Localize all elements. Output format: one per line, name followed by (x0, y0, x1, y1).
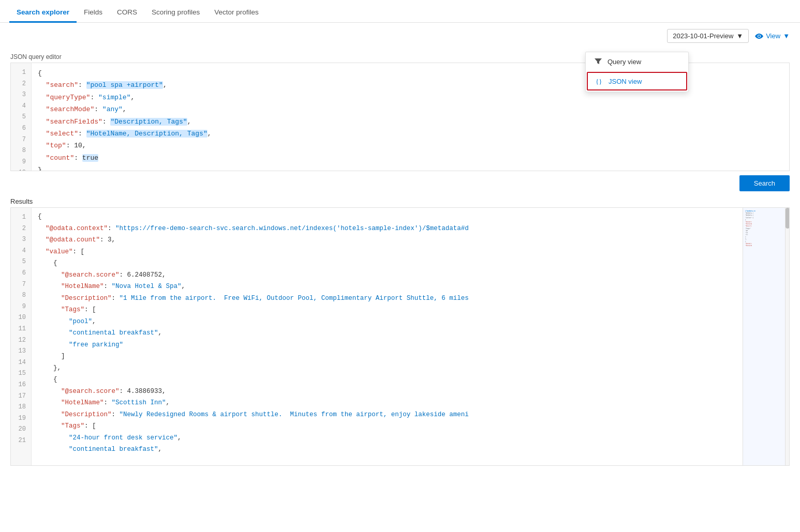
tab-scoring-profiles[interactable]: Scoring profiles (144, 3, 207, 23)
tab-vector-profiles[interactable]: Vector profiles (207, 3, 266, 23)
filter-icon (594, 57, 602, 66)
api-version-label: 2023-10-01-Preview (673, 32, 733, 40)
main-content: JSON query editor 12345 678910 { "search… (0, 53, 800, 466)
view-label: View (766, 32, 780, 40)
view-button[interactable]: View ▼ (755, 32, 790, 40)
search-btn-row: Search (10, 171, 790, 195)
results-container: 12345 678910 1112131415 1617181920 21 { … (10, 207, 790, 466)
tab-search-explorer[interactable]: Search explorer (9, 3, 77, 23)
tab-fields[interactable]: Fields (77, 3, 110, 23)
json-view-item[interactable]: {} JSON view (587, 72, 687, 90)
tab-cors[interactable]: CORS (110, 3, 144, 23)
toolbar: 2023-10-01-Preview ▼ View ▼ (0, 23, 800, 49)
eye-icon (755, 32, 763, 40)
chevron-down-icon: ▼ (736, 32, 743, 40)
results-json: { "@odata.context": "https://free-demo-s… (32, 208, 743, 460)
results-code-area: 12345 678910 1112131415 1617181920 21 { … (11, 208, 743, 465)
svg-text:{}: {} (596, 78, 602, 85)
results-label: Results (10, 197, 790, 205)
query-view-item[interactable]: Query view (586, 52, 688, 71)
json-view-label: JSON view (609, 78, 642, 85)
view-chevron-icon: ▼ (783, 32, 790, 40)
api-version-dropdown[interactable]: 2023-10-01-Preview ▼ (667, 29, 749, 43)
editor-line-numbers: 12345 678910 (11, 63, 32, 171)
tabs-bar: Search explorer Fields CORS Scoring prof… (0, 0, 800, 23)
thumbnail-content: {"@odata.co "@odata.c "@odata.c "value":… (745, 210, 787, 463)
braces-icon: {} (595, 77, 603, 85)
view-dropdown-menu: Query view {} JSON view (585, 52, 689, 92)
thumbnail-scrollbar-thumb (786, 208, 789, 229)
results-line-numbers: 12345 678910 1112131415 1617181920 21 (11, 208, 32, 465)
results-thumbnail: {"@odata.co "@odata.c "@odata.c "value":… (743, 208, 789, 465)
query-view-label: Query view (608, 58, 641, 66)
thumbnail-scrollbar[interactable] (785, 208, 789, 465)
search-button[interactable]: Search (739, 175, 790, 191)
